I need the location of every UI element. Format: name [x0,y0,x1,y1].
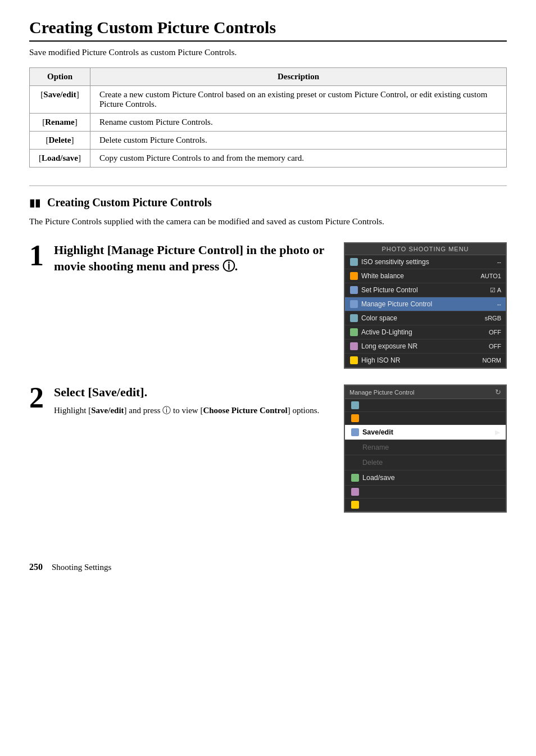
menu1-icon-3 [349,300,358,309]
table-header-description: Description [90,68,507,86]
table-cell-option-2: [Delete] [30,132,90,150]
menu1-row-5: Active D-Lighting OFF [345,325,506,339]
step-2: 2 Select [Save/edit]. Highlight [Save/ed… [29,384,507,513]
table-header-option: Option [30,68,90,86]
menu1-label-6: Long exposure NR [361,342,486,350]
menu1-value-3: -- [497,301,501,307]
menu2-row-4: Delete [345,455,506,470]
menu2-icon-2 [351,428,360,437]
menu1-label-1: White balance [361,272,478,280]
menu1-row-3: Manage Picture Control -- [345,297,506,311]
camera-menu-1-header: PHOTO SHOOTING MENU [345,243,506,255]
bars-icon: ▮▮ [29,197,40,209]
camera-menu-2-header: Manage Picture Control ↻ [345,386,506,399]
menu1-value-6: OFF [489,343,501,350]
menu2-icon-4 [351,458,360,467]
menu2-row-5: Load/save [345,470,506,486]
table-cell-option-3: [Load/save] [30,150,90,168]
menu2-icon-3 [351,443,360,452]
menu1-icon-4 [349,314,358,323]
menu1-label-5: Active D-Lighting [361,328,486,336]
menu2-row-7 [345,499,506,511]
menu1-row-6: Long exposure NR OFF [345,339,506,354]
table-cell-desc-1: Rename custom Picture Controls. [90,114,507,132]
table-row-1: [Rename]Rename custom Picture Controls. [30,114,507,132]
menu1-value-4: sRGB [485,315,501,322]
menu2-label-2: Save/edit [362,428,492,436]
menu1-icon-6 [349,342,358,351]
footer-section: Shooting Settings [52,563,111,572]
menu1-icon-2 [349,286,358,295]
table-cell-desc-2: Delete custom Picture Controls. [90,132,507,150]
camera-menu-2: Manage Picture Control ↻ Save/edit ▶ Ren… [344,384,507,513]
camera-menu-2-back-icon: ↻ [495,388,501,396]
menu1-row-7: High ISO NR NORM [345,354,506,368]
menu1-label-4: Color space [361,314,482,322]
menu2-icon-5 [351,473,360,482]
menu2-arrow-2: ▶ [495,428,500,436]
section-heading-text: Creating Custom Picture Controls [47,196,212,209]
table-cell-option-1: [Rename] [30,114,90,132]
menu1-row-0: ISO sensitivity settings -- [345,255,506,269]
page-title: Creating Custom Picture Controls [29,18,507,42]
step-2-title: Select [Save/edit]. [54,384,319,401]
menu2-icon-6 [351,487,360,496]
table-cell-option-0: [Save/edit] [30,86,90,114]
table-row-0: [Save/edit]Create a new custom Picture C… [30,86,507,114]
camera-menu-1: PHOTO SHOOTING MENU ISO sensitivity sett… [344,242,507,369]
menu2-row-3: Rename [345,440,506,455]
menu2-icon-0 [351,401,360,410]
menu1-icon-5 [349,328,358,337]
menu2-row-1 [345,412,506,425]
step-2-body: Highlight [Save/edit] and press ⓘ to vie… [54,404,319,417]
page-number: 250 [29,562,43,572]
step-2-number: 2 [29,383,44,413]
menu2-label-5: Load/save [362,474,497,482]
table-row-2: [Delete]Delete custom Picture Controls. [30,132,507,150]
menu1-value-0: -- [497,259,501,265]
step-1-title: Highlight [Manage Picture Control] in th… [54,242,330,274]
menu2-label-3: Rename [362,443,497,451]
menu2-row-6 [345,486,506,499]
menu1-label-3: Manage Picture Control [361,300,494,308]
step-2-left: 2 Select [Save/edit]. Highlight [Save/ed… [29,384,330,417]
menu1-value-5: OFF [489,329,501,336]
step-2-menu: Manage Picture Control ↻ Save/edit ▶ Ren… [344,384,507,513]
menu1-row-2: Set Picture Control ☑ A [345,283,506,297]
page-subtitle: Save modified Picture Controls as custom… [29,47,507,57]
menu1-label-7: High ISO NR [361,356,479,364]
camera-menu-2-title: Manage Picture Control [349,389,415,396]
page-footer: 250 Shooting Settings [29,562,507,572]
table-row-3: [Load/save]Copy custom Picture Controls … [30,150,507,168]
steps-area: 1 Highlight [Manage Picture Control] in … [29,242,507,528]
section-divider [29,185,507,186]
table-cell-desc-0: Create a new custom Picture Control base… [90,86,507,114]
menu1-icon-1 [349,271,358,280]
menu1-label-2: Set Picture Control [361,286,487,294]
options-table: Option Description [Save/edit]Create a n… [29,67,507,168]
menu1-row-1: White balance AUTO1 [345,269,506,283]
menu1-value-1: AUTO1 [481,273,501,279]
table-cell-desc-3: Copy custom Picture Controls to and from… [90,150,507,168]
menu1-icon-0 [349,257,358,266]
step-1-number: 1 [29,241,44,270]
step-1-menu: PHOTO SHOOTING MENU ISO sensitivity sett… [344,242,507,369]
step-1: 1 Highlight [Manage Picture Control] in … [29,242,507,369]
menu2-label-4: Delete [362,459,497,467]
step-1-left: 1 Highlight [Manage Picture Control] in … [29,242,330,278]
menu1-row-4: Color space sRGB [345,311,506,325]
menu2-row-0 [345,399,506,412]
menu1-icon-7 [349,356,358,365]
section-description: The Picture Controls supplied with the c… [29,215,507,228]
section-heading: ▮▮ Creating Custom Picture Controls [29,196,507,209]
menu1-value-7: NORM [482,357,501,364]
menu2-row-2: Save/edit ▶ [345,425,506,440]
menu1-value-2: ☑ A [490,287,501,294]
menu1-label-0: ISO sensitivity settings [361,258,494,266]
menu2-icon-7 [351,500,360,509]
menu2-icon-1 [351,414,360,423]
